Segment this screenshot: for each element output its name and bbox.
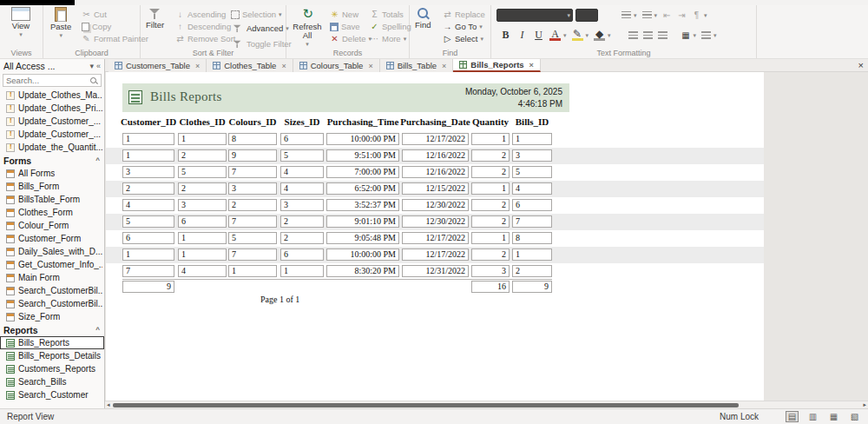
- nav-item-clothes-form[interactable]: Clothes_Form: [0, 206, 104, 219]
- scrollbar-thumb[interactable]: [113, 403, 739, 407]
- selection-icon: [231, 10, 240, 19]
- nav-item-customers-reports[interactable]: Customers_Reports: [0, 362, 104, 375]
- nav-section-header-reports[interactable]: Reports ^: [0, 323, 104, 336]
- report-cell: 1: [512, 133, 552, 145]
- nav-item-bills-reports-details[interactable]: Bills_Reports_Details: [0, 349, 104, 362]
- search-input[interactable]: [6, 76, 89, 85]
- nav-item-update-the-quantit[interactable]: Update_the_Quantit...: [0, 141, 104, 154]
- cut-button[interactable]: ✂Cut: [82, 10, 148, 19]
- font-name-combobox[interactable]: ▾: [496, 9, 573, 22]
- report-row: 74118:30:20 PM12/31/202232: [106, 263, 764, 280]
- align-center-button[interactable]: [643, 31, 653, 39]
- nav-item-search-customerbil[interactable]: Search_CustomerBil...: [0, 297, 104, 310]
- nav-item-search-customer[interactable]: Search_Customer: [0, 388, 104, 401]
- text-direction-button[interactable]: ¶▾: [692, 10, 707, 20]
- select-button[interactable]: ▷Select▾: [443, 34, 485, 43]
- shutter-close-icon[interactable]: «: [96, 62, 101, 70]
- form-icon: [6, 182, 15, 191]
- replace-button[interactable]: ⇄Replace: [443, 10, 485, 19]
- nav-item-customer-form[interactable]: Customer_Form: [0, 232, 104, 245]
- increase-indent-button[interactable]: ⇥: [677, 10, 687, 20]
- background-fill-button[interactable]: ◆▾: [594, 30, 611, 41]
- tab-clothes_table[interactable]: Clothes_Table×: [207, 59, 293, 72]
- report-view-icon[interactable]: ▤: [786, 411, 799, 422]
- nav-item-all-forms[interactable]: All Forms: [0, 167, 104, 180]
- spelling-button[interactable]: ✓Spelling: [370, 22, 411, 31]
- scroll-right-icon[interactable]: ▸: [863, 401, 866, 408]
- align-left-button[interactable]: [628, 31, 638, 39]
- status-bar: Report View Num Lock ▤ ▥ ▦ ▧: [0, 408, 868, 424]
- tab-customers_table[interactable]: Customers_Table×: [108, 59, 207, 72]
- bold-button[interactable]: B: [500, 29, 511, 42]
- close-tab-icon[interactable]: ×: [281, 61, 286, 71]
- chevron-down-icon[interactable]: ▾: [89, 62, 94, 70]
- more-button[interactable]: ⋯More▾: [370, 34, 411, 43]
- underline-button[interactable]: U: [533, 29, 544, 42]
- nav-item-search-bills[interactable]: Search_Bills: [0, 375, 104, 388]
- tab-bills_table[interactable]: Bills_Table×: [380, 59, 454, 72]
- nav-item-update-customer[interactable]: Update_Customer_...: [0, 115, 104, 128]
- numbering-button[interactable]: ▾: [642, 11, 658, 19]
- alternate-row-color-button[interactable]: ▾: [701, 31, 717, 39]
- nav-item-update-clothes-pri[interactable]: Update_Clothes_Pri...: [0, 102, 104, 115]
- nav-item-bills-form[interactable]: Bills_Form: [0, 180, 104, 193]
- nav-item-daily-sales-with-d[interactable]: Daily_Sales_with_D...: [0, 245, 104, 258]
- report-cell: 3: [471, 265, 510, 277]
- copy-button[interactable]: Copy: [82, 22, 148, 31]
- close-tab-icon[interactable]: ×: [368, 61, 372, 71]
- totals-button[interactable]: ΣTotals: [370, 10, 411, 19]
- close-tab-icon[interactable]: ×: [195, 61, 200, 71]
- font-size-combobox[interactable]: [575, 9, 598, 22]
- font-color-button[interactable]: A▾: [549, 30, 567, 41]
- nav-item-main-form[interactable]: Main Form: [0, 271, 104, 284]
- tab-colours_table[interactable]: Colours_Table×: [293, 59, 380, 72]
- format-painter-button[interactable]: ✎Format Painter: [82, 34, 148, 43]
- align-right-button[interactable]: [658, 31, 667, 39]
- paste-button[interactable]: Paste ▾: [50, 7, 71, 39]
- highlight-button[interactable]: ✎▾: [572, 30, 589, 41]
- decrease-indent-button[interactable]: ⇤: [662, 10, 672, 20]
- find-button[interactable]: Find: [415, 7, 431, 30]
- close-tab-icon[interactable]: ×: [529, 60, 534, 70]
- report-cell: 2: [280, 215, 324, 228]
- filter-button[interactable]: Filter: [146, 7, 164, 30]
- nav-item-size-form[interactable]: Size_Form: [0, 310, 104, 323]
- descending-button[interactable]: ↑Descending: [175, 22, 235, 31]
- report-cell: 6: [512, 199, 552, 211]
- nav-item-update-clothes-ma[interactable]: Update_Clothes_Ma...: [0, 89, 104, 102]
- report-cell: 7: [228, 215, 277, 228]
- layout-view-icon[interactable]: ▦: [827, 411, 840, 422]
- report-cell: 12/31/2022: [402, 265, 469, 277]
- nav-item-label: Customers_Reports: [18, 364, 95, 374]
- design-view-icon[interactable]: ▧: [848, 411, 861, 422]
- nav-item-search-customerbil[interactable]: Search_CustomerBil...: [0, 284, 104, 297]
- nav-section-header-forms[interactable]: Forms ^: [0, 154, 104, 167]
- nav-item-billstable-form[interactable]: BillsTable_Form: [0, 193, 104, 206]
- remove-sort-button[interactable]: ⇄Remove Sort: [175, 34, 235, 43]
- selection-button[interactable]: Selection▾: [231, 10, 292, 19]
- new-record-button[interactable]: ✳New: [330, 10, 372, 19]
- delete-record-button[interactable]: ✕Delete▾: [330, 34, 372, 43]
- scroll-left-icon[interactable]: ◂: [107, 401, 110, 408]
- nav-item-bills-reports[interactable]: Bills_Reports: [0, 336, 104, 349]
- italic-button[interactable]: I: [516, 29, 528, 42]
- tab-bills_reports[interactable]: Bills_Reports×: [453, 59, 541, 72]
- ascending-button[interactable]: ↓Ascending: [175, 10, 235, 19]
- save-record-button[interactable]: Save: [330, 22, 372, 31]
- horizontal-scrollbar[interactable]: ◂ ▸: [105, 401, 868, 408]
- close-tab-icon[interactable]: ×: [858, 60, 864, 70]
- nav-item-colour-form[interactable]: Colour_Form: [0, 219, 104, 232]
- view-button[interactable]: View ▾: [11, 7, 30, 38]
- nav-item-update-customer[interactable]: Update_Customer_...: [0, 128, 104, 141]
- advanced-button[interactable]: Advanced▾: [231, 22, 292, 35]
- close-tab-icon[interactable]: ×: [442, 61, 446, 71]
- report-cell: 9:51:00 PM: [326, 149, 399, 162]
- print-preview-icon[interactable]: ▥: [806, 411, 819, 422]
- nav-pane-header[interactable]: All Access ... ▾ «: [0, 59, 104, 72]
- nav-item-get-customer-info[interactable]: Get_Customer_Info_...: [0, 258, 104, 271]
- bullets-button[interactable]: ▾: [621, 11, 637, 19]
- go-to-button[interactable]: →Go To▾: [443, 22, 485, 31]
- gridlines-button[interactable]: ▦▾: [681, 30, 697, 40]
- nav-item-label: Main Form: [18, 273, 60, 282]
- refresh-all-button[interactable]: ↻ Refresh All ▾: [290, 7, 325, 48]
